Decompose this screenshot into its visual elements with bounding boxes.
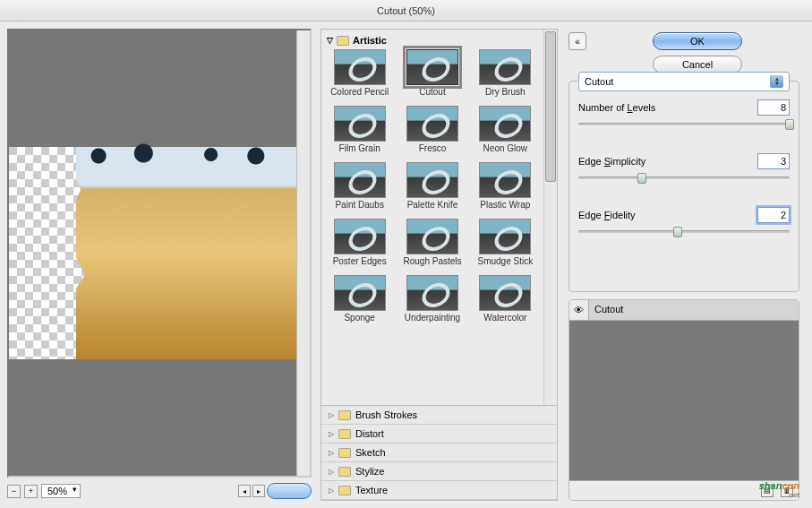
category-label: Distort (355, 428, 384, 439)
eye-icon: 👁 (574, 305, 584, 315)
chevron-down-icon: ▽ (327, 36, 333, 45)
thumb-image (479, 275, 531, 311)
filter-thumb-paint-daubs[interactable]: Paint Daubs (327, 162, 392, 210)
thumb-label: Cutout (419, 87, 445, 97)
hscroll-thumb[interactable] (267, 483, 312, 499)
thumb-label: Neon Glow (483, 143, 527, 153)
layer-row[interactable]: 👁 Cutout (569, 300, 799, 321)
category-label: Artistic (353, 35, 387, 46)
thumb-label: Colored Pencil (330, 87, 389, 97)
thumb-label: Watercolor (483, 313, 526, 323)
zoom-select[interactable]: 50% (41, 484, 81, 498)
filter-thumb-colored-pencil[interactable]: Colored Pencil (327, 49, 392, 97)
fidelity-slider[interactable] (578, 227, 790, 237)
filter-thumb-watercolor[interactable]: Watercolor (473, 275, 538, 323)
filter-thumb-dry-brush[interactable]: Dry Brush (473, 49, 538, 97)
layer-name: Cutout (589, 300, 799, 320)
thumb-image (406, 49, 458, 85)
levels-input[interactable] (757, 99, 790, 116)
folder-icon (337, 36, 349, 46)
filter-thumb-neon-glow[interactable]: Neon Glow (473, 106, 538, 153)
simplicity-input[interactable] (757, 153, 790, 169)
levels-slider[interactable] (578, 119, 790, 130)
thumb-label: Paint Daubs (335, 200, 383, 210)
preview-image (76, 147, 296, 359)
thumb-image (406, 106, 458, 142)
category-sketch[interactable]: ▷Sketch (321, 443, 557, 462)
thumb-image (334, 219, 386, 254)
thumb-image (334, 275, 386, 311)
collapse-button[interactable]: « (568, 32, 586, 50)
filter-thumb-smudge-stick[interactable]: Smudge Stick (473, 219, 538, 266)
levels-label: Number of Levels (578, 102, 655, 113)
thumb-label: Sponge (344, 313, 374, 323)
thumb-image (406, 219, 458, 254)
filter-thumb-fresco[interactable]: Fresco (399, 106, 465, 153)
category-label: Texture (355, 485, 388, 495)
thumb-label: Fresco (419, 143, 447, 153)
category-header[interactable]: ▽ Artistic (327, 35, 538, 46)
thumb-image (334, 49, 386, 85)
category-label: Stylize (355, 466, 384, 477)
visibility-toggle[interactable]: 👁 (569, 300, 589, 320)
thumb-label: Underpainting (405, 313, 460, 323)
thumb-label: Plastic Wrap (480, 200, 530, 210)
thumb-label: Dry Brush (485, 87, 525, 97)
filter-thumb-palette-knife[interactable]: Palette Knife (399, 162, 465, 210)
simplicity-slider[interactable] (578, 173, 790, 184)
folder-icon (338, 448, 351, 458)
thumb-label: Palette Knife (407, 200, 458, 210)
filter-thumb-underpainting[interactable]: Underpainting (399, 275, 465, 323)
chevron-right-icon: ▷ (329, 486, 334, 495)
filter-gallery: ▽ Artistic Colored PencilCutoutDry Brush… (321, 29, 558, 501)
cancel-button[interactable]: Cancel (653, 56, 742, 73)
filter-thumb-rough-pastels[interactable]: Rough Pastels (399, 219, 465, 266)
folder-icon (338, 410, 351, 420)
preview-frame (7, 29, 312, 478)
preview-canvas[interactable] (9, 30, 296, 476)
chevron-right-icon: ▷ (329, 411, 334, 419)
layers-empty-area (569, 321, 799, 480)
thumb-image (479, 219, 531, 254)
filter-thumb-film-grain[interactable]: Film Grain (327, 106, 392, 153)
filter-thumb-poster-edges[interactable]: Poster Edges (327, 219, 392, 266)
hscroll-right[interactable]: ▸ (252, 485, 265, 497)
thumb-label: Poster Edges (333, 256, 387, 266)
thumb-image (479, 49, 531, 85)
category-brush-strokes[interactable]: ▷Brush Strokes (321, 406, 557, 425)
category-label: Sketch (355, 447, 386, 458)
effect-layers-panel: 👁 Cutout ▤ 🗑 (568, 299, 799, 501)
folder-icon (338, 467, 351, 477)
filter-thumb-cutout[interactable]: Cutout (399, 49, 465, 97)
zoom-out-button[interactable]: − (7, 485, 21, 498)
thumb-label: Smudge Stick (477, 256, 533, 266)
ok-button[interactable]: OK (653, 32, 742, 50)
thumb-label: Film Grain (339, 143, 380, 153)
thumb-image (406, 162, 458, 198)
thumb-image (334, 106, 386, 142)
fidelity-label: Edge Fidelity (578, 210, 636, 220)
thumb-image (406, 275, 458, 311)
gallery-vscroll[interactable] (543, 30, 557, 405)
simplicity-label: Edge Simplicity (578, 156, 645, 167)
zoom-in-button[interactable]: + (24, 485, 38, 498)
category-distort[interactable]: ▷Distort (321, 425, 557, 443)
filter-thumb-sponge[interactable]: Sponge (327, 275, 392, 323)
settings-panel: Cutout ▲▼ Number of Levels Edge Simplici… (568, 81, 799, 292)
hscroll-left[interactable]: ◂ (238, 485, 251, 497)
preview-vscroll[interactable] (296, 30, 310, 476)
filter-dropdown[interactable]: Cutout ▲▼ (578, 72, 790, 91)
chevron-right-icon: ▷ (329, 430, 334, 438)
category-texture[interactable]: ▷Texture (321, 481, 557, 500)
category-stylize[interactable]: ▷Stylize (321, 462, 557, 481)
window-title: Cutout (50%) (377, 5, 435, 16)
watermark: shancun.net (759, 477, 799, 499)
thumb-image (479, 106, 531, 142)
filter-thumb-plastic-wrap[interactable]: Plastic Wrap (473, 162, 538, 210)
thumb-label: Rough Pastels (403, 256, 461, 266)
titlebar: Cutout (50%) (0, 0, 812, 22)
fidelity-input[interactable] (757, 207, 790, 223)
preview-column: − + 50% ◂ ▸ (7, 29, 312, 501)
chevron-right-icon: ▷ (329, 449, 334, 457)
folder-icon (338, 429, 351, 439)
